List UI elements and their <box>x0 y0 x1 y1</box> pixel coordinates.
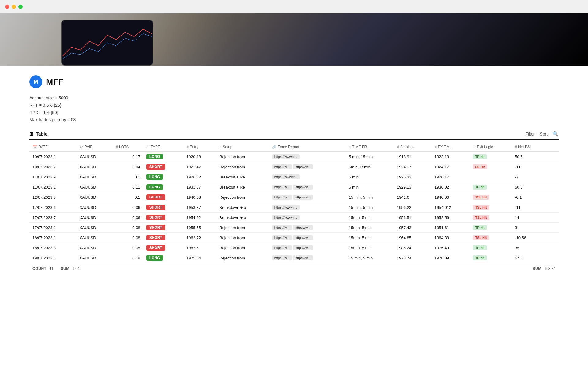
cell-setup: Breakout + Re <box>216 172 269 182</box>
cell-exit-logic: TSL Hit <box>469 213 512 223</box>
link-chip[interactable]: https://w... <box>272 245 292 250</box>
filter-button[interactable]: Filter <box>525 132 535 136</box>
cell-setup: Rejection from <box>216 243 269 253</box>
table-label-text: Table <box>36 131 47 136</box>
sum-lots-section: SUM 1.04 <box>61 266 79 271</box>
cell-timeframe: 15 min, 5 min <box>346 202 394 213</box>
cell-net-pnl: 57.5 <box>512 253 549 263</box>
cell-entry: 1926.82 <box>183 172 216 182</box>
cell-stoploss: 1918.91 <box>394 152 432 162</box>
rpt-info: RPT = 0.5% {25} <box>29 102 559 109</box>
sum-pnl-label: SUM <box>533 266 541 271</box>
link-chip[interactable]: https://www.tr... <box>272 174 300 179</box>
cell-timeframe: 5 min <box>346 172 394 182</box>
cell-links: https://www.tr... <box>269 213 346 223</box>
cell-stoploss: 1929.13 <box>394 182 432 192</box>
cell-exit-logic: SL Hit <box>469 162 512 172</box>
cell-stoploss: 1941.6 <box>394 192 432 202</box>
cell-stoploss: 1973.74 <box>394 253 432 263</box>
link-chip[interactable]: https://w... <box>293 225 313 230</box>
titlebar <box>0 0 588 13</box>
cell-extra <box>549 223 559 233</box>
table-row: 10/07/2023 1 XAUUSD 0.17 LONG 1920.18 Re… <box>29 152 559 162</box>
col-header-entry: #Entry <box>183 142 216 152</box>
link-chip[interactable]: https://w... <box>293 235 313 240</box>
cell-entry: 1920.18 <box>183 152 216 162</box>
logo-letter: M <box>34 79 38 85</box>
link-chip[interactable]: https://w... <box>272 225 292 230</box>
exit-logic-badge: SL Hit <box>473 164 487 169</box>
link-chip[interactable]: https://w... <box>272 164 292 169</box>
type-badge: LONG <box>146 184 163 190</box>
link-chip[interactable]: https://w... <box>272 195 292 200</box>
maximize-button[interactable] <box>18 5 23 9</box>
cell-date: 17/07/2023 6 <box>29 202 77 213</box>
cell-entry: 1982.5 <box>183 243 216 253</box>
cell-lots: 0.19 <box>113 253 143 263</box>
cell-extra <box>549 243 559 253</box>
link-chip[interactable]: https://www.tr... <box>272 205 300 210</box>
cell-lots: 0.06 <box>113 202 143 213</box>
close-button[interactable] <box>5 5 9 9</box>
link-chip[interactable]: https://w... <box>293 245 313 250</box>
exit-logic-badge: TSL Hit <box>473 195 489 200</box>
table-row: 11/07/2023 1 XAUUSD 0.11 LONG 1931.37 Br… <box>29 182 559 192</box>
link-chip[interactable]: https://w... <box>272 235 292 240</box>
cell-type: SHORT <box>143 202 183 213</box>
exit-logic-badge: TP hit <box>473 154 487 159</box>
cell-links: https://www.tr... <box>269 172 346 182</box>
link-chip[interactable]: https://w... <box>293 185 313 190</box>
cell-net-pnl: 31 <box>512 223 549 233</box>
cell-type: SHORT <box>143 213 183 223</box>
cell-timeframe: 5 min, 15 min <box>346 152 394 162</box>
cell-timeframe: 5 min <box>346 182 394 192</box>
cell-date: 10/07/2023 7 <box>29 162 77 172</box>
cell-extra <box>549 213 559 223</box>
cell-exit-at: 1926.17 <box>432 172 470 182</box>
cell-entry: 1931.37 <box>183 182 216 192</box>
cell-date: 11/07/2023 1 <box>29 182 77 192</box>
cell-type: LONG <box>143 172 183 182</box>
cell-net-pnl: -11 <box>512 202 549 213</box>
cell-net-pnl: 50.5 <box>512 152 549 162</box>
link-chip[interactable]: https://w... <box>272 255 292 260</box>
table-grid-icon: ⊞ <box>29 131 33 137</box>
app-header: M MFF <box>29 75 559 88</box>
cell-entry: 1921.47 <box>183 162 216 172</box>
link-chip[interactable]: https://w... <box>293 195 313 200</box>
cell-timeframe: 15min, 5 min <box>346 243 394 253</box>
sum-pnl-value: 198.84 <box>544 266 556 271</box>
cell-lots: 0.1 <box>113 172 143 182</box>
count-value: 11 <box>49 266 53 271</box>
cell-links: https://www.tr... <box>269 152 346 162</box>
cell-exit-logic: TSL Hit <box>469 202 512 213</box>
link-chip[interactable]: https://w... <box>293 255 313 260</box>
table-toolbar: ⊞ Table Filter Sort 🔍 <box>29 131 559 140</box>
cell-links: https://w...https://w... <box>269 243 346 253</box>
table-row: 17/07/2023 7 XAUUSD 0.06 SHORT 1954.92 B… <box>29 213 559 223</box>
cell-net-pnl: 35 <box>512 243 549 253</box>
link-chip[interactable]: https://www.tr... <box>272 215 300 220</box>
cell-date: 18/07/2023 1 <box>29 233 77 243</box>
cell-stoploss: 1924.17 <box>394 162 432 172</box>
link-chip[interactable]: https://www.tr... <box>272 154 300 159</box>
main-content: M MFF Account size = 5000 RPT = 0.5% {25… <box>0 66 588 284</box>
cell-extra <box>549 253 559 263</box>
cell-timeframe: 5min, 15min <box>346 162 394 172</box>
hero-phone <box>61 20 153 66</box>
link-chip[interactable]: https://w... <box>293 164 313 169</box>
cell-type: SHORT <box>143 192 183 202</box>
logo: M <box>29 75 42 88</box>
cell-date: 12/07/2023 8 <box>29 192 77 202</box>
cell-date: 10/07/2023 1 <box>29 152 77 162</box>
cell-exit-at: 1975.49 <box>432 243 470 253</box>
link-chip[interactable]: https://w... <box>272 185 292 190</box>
search-icon[interactable]: 🔍 <box>552 131 559 137</box>
exit-logic-badge: TP hit <box>473 245 487 250</box>
cell-net-pnl: -11 <box>512 162 549 172</box>
minimize-button[interactable] <box>12 5 16 9</box>
cell-pair: XAUUSD <box>77 213 113 223</box>
sort-button[interactable]: Sort <box>540 132 548 136</box>
cell-extra <box>549 233 559 243</box>
table-row: 17/07/2023 6 XAUUSD 0.06 SHORT 1953.87 B… <box>29 202 559 213</box>
